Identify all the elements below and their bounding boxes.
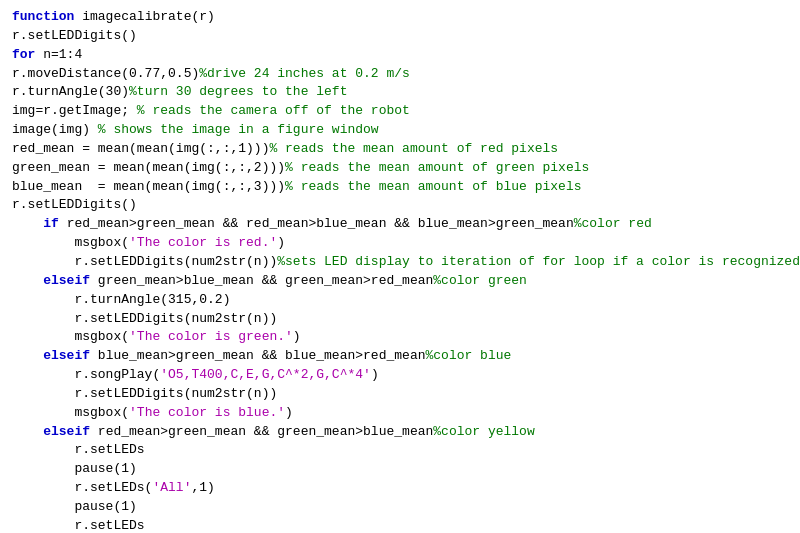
code-line: msgbox('The color is red.') <box>12 234 788 253</box>
code-line: msgbox('The color is green.') <box>12 328 788 347</box>
code-line: r.setLEDs <box>12 441 788 460</box>
code-token: r.setLEDs( <box>12 480 152 495</box>
code-line: r.turnAngle(315,0.2) <box>12 291 788 310</box>
code-token: r.setLEDs <box>12 518 145 533</box>
code-token: %color red <box>574 216 652 231</box>
code-token <box>12 424 43 439</box>
code-token: if <box>43 216 66 231</box>
code-line: msgbox('The color is blue.') <box>12 404 788 423</box>
code-line: if red_mean>green_mean && red_mean>blue_… <box>12 215 788 234</box>
code-token: pause(1) <box>12 461 137 476</box>
code-line: green_mean = mean(mean(img(:,:,2)))% rea… <box>12 159 788 178</box>
code-token: %sets LED display to iteration of for lo… <box>277 254 800 269</box>
code-line: r.moveDistance(0.77,0.5)%drive 24 inches… <box>12 65 788 84</box>
code-line: red_mean = mean(mean(img(:,:,1)))% reads… <box>12 140 788 159</box>
code-line: function imagecalibrate(r) <box>12 8 788 27</box>
code-token: elseif <box>43 273 98 288</box>
code-token <box>12 273 43 288</box>
code-token: %color green <box>433 273 527 288</box>
code-token: % reads the camera off of the robot <box>137 103 410 118</box>
code-token: r.setLEDDigits(num2str(n)) <box>12 254 277 269</box>
code-line: r.setLEDDigits() <box>12 196 788 215</box>
code-token: msgbox( <box>12 329 129 344</box>
code-line: img=r.getImage; % reads the camera off o… <box>12 102 788 121</box>
code-line: elseif green_mean>blue_mean && green_mea… <box>12 272 788 291</box>
code-token: % shows the image in a figure window <box>98 122 379 137</box>
code-token: % reads the mean amount of green pixels <box>285 160 589 175</box>
code-line: image(img) % shows the image in a figure… <box>12 121 788 140</box>
code-token: red_mean>green_mean && green_mean>blue_m… <box>98 424 433 439</box>
code-token: 'The color is red.' <box>129 235 277 250</box>
code-token: blue_mean = mean(mean(img(:,:,3))) <box>12 179 285 194</box>
code-token: elseif <box>43 424 98 439</box>
code-token: %color yellow <box>433 424 534 439</box>
code-line: pause(1) <box>12 460 788 479</box>
code-line: r.setLEDDigits(num2str(n)) <box>12 385 788 404</box>
code-token: n=1:4 <box>43 47 82 62</box>
code-token: msgbox( <box>12 235 129 250</box>
code-token: for <box>12 47 43 62</box>
code-token: r.setLEDDigits(num2str(n)) <box>12 386 277 401</box>
code-token: 'All' <box>152 480 191 495</box>
code-token <box>12 348 43 363</box>
code-token: green_mean = mean(mean(img(:,:,2))) <box>12 160 285 175</box>
code-token: ) <box>293 329 301 344</box>
code-token: 'The color is green.' <box>129 329 293 344</box>
code-token: elseif <box>43 348 98 363</box>
code-token: 'O5,T400,C,E,G,C^*2,G,C^*4' <box>160 367 371 382</box>
code-token: imagecalibrate(r) <box>82 9 215 24</box>
code-editor: function imagecalibrate(r)r.setLEDDigits… <box>0 0 800 533</box>
code-line: r.setLEDs <box>12 517 788 533</box>
code-token: function <box>12 9 82 24</box>
code-token: blue_mean>green_mean && blue_mean>red_me… <box>98 348 426 363</box>
code-token: ) <box>371 367 379 382</box>
code-token: r.songPlay( <box>12 367 160 382</box>
code-line: r.songPlay('O5,T400,C,E,G,C^*2,G,C^*4') <box>12 366 788 385</box>
code-line: pause(1) <box>12 498 788 517</box>
code-token: %drive 24 inches at 0.2 m/s <box>199 66 410 81</box>
code-token: r.moveDistance(0.77,0.5) <box>12 66 199 81</box>
code-token: red_mean = mean(mean(img(:,:,1))) <box>12 141 269 156</box>
code-token: img=r.getImage; <box>12 103 137 118</box>
code-token: r.setLEDDigits(num2str(n)) <box>12 311 277 326</box>
code-token: ) <box>277 235 285 250</box>
code-line: r.setLEDDigits() <box>12 27 788 46</box>
code-line: elseif blue_mean>green_mean && blue_mean… <box>12 347 788 366</box>
code-line: r.turnAngle(30)%turn 30 degrees to the l… <box>12 83 788 102</box>
code-token: % reads the mean amount of blue pixels <box>285 179 581 194</box>
code-token: r.setLEDDigits() <box>12 28 137 43</box>
code-token: r.setLEDs <box>12 442 145 457</box>
code-token: red_mean>green_mean && red_mean>blue_mea… <box>67 216 574 231</box>
code-token: ) <box>285 405 293 420</box>
code-token: % reads the mean amount of red pixels <box>269 141 558 156</box>
code-token: r.turnAngle(315,0.2) <box>12 292 230 307</box>
code-token: r.turnAngle(30) <box>12 84 129 99</box>
code-token: %color blue <box>425 348 511 363</box>
code-token: r.setLEDDigits() <box>12 197 137 212</box>
code-token: green_mean>blue_mean && green_mean>red_m… <box>98 273 433 288</box>
code-line: r.setLEDDigits(num2str(n)) <box>12 310 788 329</box>
code-line: r.setLEDDigits(num2str(n))%sets LED disp… <box>12 253 788 272</box>
code-token: msgbox( <box>12 405 129 420</box>
code-token <box>12 216 43 231</box>
code-line: for n=1:4 <box>12 46 788 65</box>
code-token: 'The color is blue.' <box>129 405 285 420</box>
code-token: ,1) <box>191 480 214 495</box>
code-line: elseif red_mean>green_mean && green_mean… <box>12 423 788 442</box>
code-token: image(img) <box>12 122 98 137</box>
code-token: pause(1) <box>12 499 137 514</box>
code-line: blue_mean = mean(mean(img(:,:,3)))% read… <box>12 178 788 197</box>
code-line: r.setLEDs('All',1) <box>12 479 788 498</box>
code-content: function imagecalibrate(r)r.setLEDDigits… <box>12 8 788 533</box>
code-token: %turn 30 degrees to the left <box>129 84 347 99</box>
